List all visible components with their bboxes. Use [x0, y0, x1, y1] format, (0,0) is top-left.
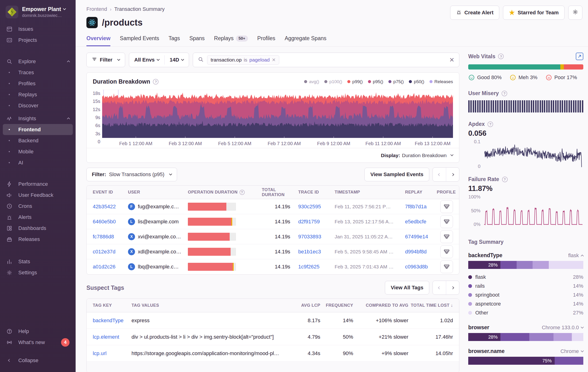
- event-id-link[interactable]: 6460e5b0: [93, 219, 128, 225]
- replay-link[interactable]: 67499e14: [405, 234, 437, 240]
- tag-bar-segment[interactable]: [533, 261, 549, 269]
- tag-key-link[interactable]: backendType: [93, 318, 132, 324]
- sidebar-item-performance[interactable]: Performance: [3, 179, 73, 190]
- legend-item[interactable]: Releases: [430, 79, 453, 84]
- trace-id-link[interactable]: 930c2595: [298, 204, 335, 210]
- sidebar-item-replays[interactable]: Replays: [3, 89, 73, 100]
- tag-legend-row[interactable]: aspnetcore14%: [468, 299, 583, 308]
- tab-sampled-events[interactable]: Sampled Events: [120, 35, 159, 46]
- replay-link[interactable]: 7f8b7d1a: [405, 204, 437, 210]
- tag-legend-row[interactable]: springboot14%: [468, 290, 583, 299]
- profile-flamegraph-button[interactable]: [440, 260, 453, 273]
- help-icon[interactable]: ?: [502, 177, 508, 182]
- create-alert-button[interactable]: Create Alert: [450, 6, 499, 20]
- filter-button[interactable]: Filter: [86, 53, 125, 67]
- sidebar-item-discover[interactable]: Discover: [3, 100, 73, 111]
- profile-flamegraph-button[interactable]: [440, 245, 453, 258]
- event-id-link[interactable]: a01d2c26: [93, 264, 128, 270]
- legend-item[interactable]: p50(): [409, 79, 424, 84]
- org-switcher[interactable]: Empower Plant dominik.buszowiec…: [0, 0, 76, 23]
- replay-link[interactable]: e5edbcfe: [405, 219, 437, 225]
- help-icon[interactable]: ?: [240, 190, 245, 195]
- legend-item[interactable]: p99(): [347, 79, 363, 84]
- sidebar-group-explore[interactable]: Explore: [3, 56, 73, 67]
- legend-item[interactable]: p100(): [324, 79, 342, 84]
- sidebar-item-dashboards[interactable]: Dashboards: [3, 223, 73, 234]
- view-sampled-events-button[interactable]: View Sampled Events: [364, 168, 429, 181]
- profile-flamegraph-button[interactable]: [440, 200, 453, 213]
- sidebar-item-user-feedback[interactable]: User Feedback: [3, 190, 73, 201]
- sidebar-item-projects[interactable]: Projects: [3, 34, 73, 46]
- tag-legend-row[interactable]: Other27%: [468, 308, 583, 317]
- sidebar-item-issues[interactable]: Issues: [3, 23, 73, 34]
- settings-button[interactable]: [568, 6, 582, 20]
- trace-id-link[interactable]: 97033893: [298, 234, 335, 240]
- tab-tags[interactable]: Tags: [168, 35, 180, 46]
- help-icon[interactable]: ?: [153, 79, 158, 85]
- sidebar-item-whats-new[interactable]: What's new 4: [3, 337, 73, 348]
- tag-key-link[interactable]: lcp.url: [93, 351, 132, 357]
- tag-bar-segment[interactable]: [572, 333, 583, 341]
- tab-replays[interactable]: Replays50+: [214, 35, 248, 46]
- profile-flamegraph-button[interactable]: [440, 215, 453, 228]
- tab-aggregate-spans[interactable]: Aggregate Spans: [285, 35, 326, 46]
- display-selector[interactable]: Display: Duration Breakdown: [87, 148, 459, 162]
- trace-id-link[interactable]: d2f91759: [298, 219, 335, 225]
- tag-value-selector[interactable]: Chrome: [560, 348, 583, 354]
- tab-spans[interactable]: Spans: [189, 35, 205, 46]
- env-select[interactable]: All Envs: [129, 53, 164, 67]
- tag-legend-row[interactable]: flask28%: [468, 273, 583, 282]
- tab-profiles[interactable]: Profiles: [257, 35, 275, 46]
- tag-legend-row[interactable]: rails14%: [468, 282, 583, 290]
- tag-key-link[interactable]: lcp.element: [93, 334, 132, 340]
- pager-prev-button[interactable]: [433, 168, 446, 181]
- pager-next-button[interactable]: [446, 281, 459, 295]
- tag-bar-segment[interactable]: [555, 357, 584, 365]
- event-id-link[interactable]: c012e37d: [93, 249, 128, 255]
- tag-bar-segment[interactable]: [500, 333, 529, 341]
- sidebar-item-settings[interactable]: Settings: [3, 267, 73, 278]
- tag-bar-segment[interactable]: 28%: [468, 333, 500, 341]
- token-remove-icon[interactable]: ✕: [272, 57, 276, 63]
- starred-for-team-button[interactable]: ★ Starred for Team: [503, 6, 565, 20]
- tag-bar-segment[interactable]: 28%: [468, 261, 500, 269]
- sidebar-item-frontend[interactable]: Frontend: [3, 124, 73, 135]
- tag-value-selector[interactable]: Chrome 133.0.0: [542, 325, 583, 331]
- sidebar-item-stats[interactable]: Stats: [3, 256, 73, 267]
- tag-bar-segment[interactable]: [529, 333, 554, 341]
- legend-item[interactable]: p95(): [368, 79, 383, 84]
- sidebar-group-insights[interactable]: Insights: [3, 113, 73, 124]
- sidebar-item-backend[interactable]: Backend: [3, 135, 73, 146]
- replay-link[interactable]: c0963d8b: [405, 264, 437, 270]
- sort-column-header[interactable]: Total Time Lost ↓: [408, 303, 453, 308]
- period-select[interactable]: 14D: [165, 53, 189, 67]
- event-id-link[interactable]: 42b35422: [93, 204, 128, 210]
- tab-overview[interactable]: Overview: [86, 35, 110, 46]
- sidebar-item-help[interactable]: Help: [3, 326, 73, 337]
- help-icon[interactable]: ?: [487, 121, 493, 127]
- trace-id-link[interactable]: 1c9f2625: [298, 264, 335, 270]
- tag-bar-segment[interactable]: [549, 261, 583, 269]
- sidebar-item-profiles[interactable]: Profiles: [3, 78, 73, 89]
- search-input[interactable]: transaction.op is pageload ✕ ✕: [193, 53, 459, 67]
- profile-flamegraph-button[interactable]: [440, 230, 453, 243]
- search-token[interactable]: transaction.op is pageload ✕: [207, 55, 279, 64]
- tag-bar-segment[interactable]: [517, 261, 533, 269]
- tag-bar-segment[interactable]: [500, 261, 517, 269]
- sidebar-collapse-button[interactable]: Collapse: [3, 355, 73, 366]
- events-filter-button[interactable]: Filter: Slow Transactions (p95): [86, 168, 177, 181]
- sidebar-item-crons[interactable]: Crons: [3, 201, 73, 212]
- tag-bar-segment[interactable]: 75%: [468, 357, 555, 365]
- pager-prev-button[interactable]: [433, 281, 446, 295]
- sidebar-item-ai[interactable]: AI: [3, 157, 73, 168]
- help-icon[interactable]: ?: [502, 91, 507, 96]
- event-id-link[interactable]: fc7886d8: [93, 234, 128, 240]
- sidebar-item-releases[interactable]: Releases: [3, 234, 73, 245]
- breadcrumb-frontend[interactable]: Frontend: [86, 6, 107, 12]
- sidebar-item-alerts[interactable]: Alerts: [3, 212, 73, 223]
- sidebar-item-mobile[interactable]: Mobile: [3, 146, 73, 157]
- legend-item[interactable]: p75(): [388, 79, 404, 84]
- legend-item[interactable]: avg(): [304, 79, 319, 84]
- tag-value-selector[interactable]: flask: [568, 253, 583, 259]
- view-all-tags-button[interactable]: View All Tags: [385, 281, 429, 295]
